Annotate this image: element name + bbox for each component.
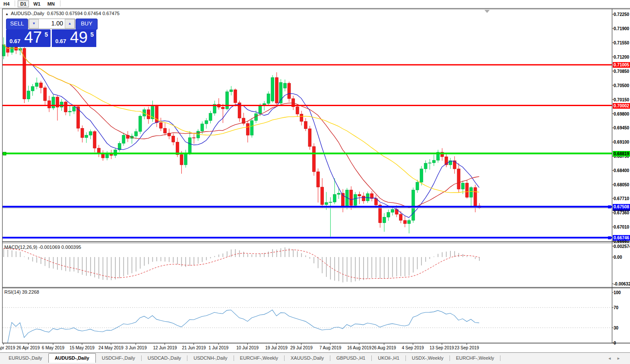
rsi-label: RSI(14) 39.2268 (4, 289, 39, 295)
candle-body (321, 187, 324, 204)
price-tick-label: 0.72250 (614, 12, 630, 17)
candle-body (68, 111, 71, 112)
date-tick-label: 26 Apr 2019 (16, 345, 40, 350)
level-handle[interactable] (608, 236, 611, 239)
candle-body (313, 147, 316, 172)
candle-body (383, 217, 386, 223)
candle-body (403, 220, 406, 224)
price-tick-label: 0.67360 (614, 210, 630, 215)
level-handle[interactable] (608, 205, 611, 208)
candle-body (362, 196, 365, 201)
candle-body (234, 90, 237, 103)
volume-input[interactable]: 1.00 (39, 19, 65, 28)
date-tick-label: 24 May 2019 (98, 345, 123, 350)
chart-tab-usdchf-daily[interactable]: USDCHF-,Daily (96, 354, 141, 363)
candle-body (201, 124, 204, 131)
chart-tabs-bar: EURUSD-,DailyAUDUSD-,DailyUSDCHF-,DailyU… (0, 352, 630, 364)
price-tick-label: 0.69100 (614, 140, 630, 144)
candle-body (408, 220, 411, 224)
one-click-collapse-icon[interactable]: ▲ (5, 12, 9, 16)
candle-body (193, 138, 196, 138)
chart-tab-usdcnh-daily[interactable]: USDCNH-,Daily (187, 354, 233, 363)
timeframe-button-mn[interactable]: MN (45, 0, 57, 7)
volume-stepper: ▼ 1.00 ▲ (28, 19, 75, 29)
candle-body (147, 110, 150, 119)
candle-body (139, 116, 142, 132)
candle-body (267, 94, 270, 104)
candle-body (300, 114, 303, 121)
candle-body (172, 136, 175, 142)
candle-body (271, 78, 274, 101)
chart-tab-gbpusd-h1[interactable]: GBPUSD-,H1 (330, 354, 371, 363)
timeframe-toolbar: H4D1W1MN (0, 0, 630, 8)
buy-price-prefix: 0.67 (55, 38, 66, 44)
chart-tabs: EURUSD-,DailyAUDUSD-,DailyUSDCHF-,DailyU… (3, 353, 500, 363)
candle-body (81, 128, 84, 138)
tab-scroll-right-icon[interactable]: ► (617, 356, 626, 361)
candle-body (432, 160, 435, 163)
chart-tab-xauusd-daily[interactable]: XAUUSD-,Daily (285, 354, 330, 363)
price-tick-label: 0.71550 (614, 41, 630, 45)
level-price-label: 0.66746 (613, 235, 630, 241)
candle-body (391, 210, 394, 213)
date-tick-label: 23 Sep 2019 (455, 345, 479, 350)
chart-tab-eurchf-weekly[interactable]: EURCHF-,Weekly (234, 354, 284, 363)
date-tick-label: 19 Jul 2019 (265, 345, 288, 350)
candle-body (465, 183, 469, 197)
candle-body (222, 107, 225, 109)
candle-body (155, 107, 158, 123)
ma-line-8 (3, 45, 479, 218)
timeframe-button-w1[interactable]: W1 (31, 0, 43, 7)
sell-price-pip: 5 (44, 31, 48, 38)
buy-price-box[interactable]: 0.67 49 5 (52, 29, 96, 47)
chart-tab-ukoil-h1[interactable]: UKOil-,H1 (372, 354, 405, 363)
candle-body (250, 121, 253, 135)
candle-body (354, 195, 357, 205)
candle-body (89, 132, 92, 135)
tab-scroll-left-icon[interactable]: ◄ (608, 356, 617, 361)
sell-price-box[interactable]: 0.67 47 5 (6, 29, 51, 47)
timeframe-button-d1[interactable]: D1 (18, 0, 29, 7)
price-tick-label: 0.67710 (614, 196, 630, 201)
level-handle[interactable] (3, 152, 6, 155)
candle-body (329, 202, 332, 203)
price-tick-label: 0.70500 (614, 83, 630, 88)
timeframe-button-h4[interactable]: H4 (1, 0, 12, 7)
chart-tab-eurchf-weekly[interactable]: EURCHF-,Weekly (450, 354, 500, 363)
candle-body (399, 214, 402, 220)
candle-body (358, 195, 361, 196)
candle-body (275, 78, 278, 103)
chart-tab-audusd-daily[interactable]: AUDUSD-,Daily (48, 353, 96, 363)
candle-body (387, 212, 390, 217)
chart-tab-usdcad-daily[interactable]: USDCAD-,Daily (142, 354, 187, 363)
candle-body (416, 182, 419, 190)
chart-canvas[interactable] (0, 0, 630, 364)
price-tick-label: 0.71200 (614, 55, 630, 60)
chart-tab-eurusd-daily[interactable]: EURUSD-,Daily (3, 354, 48, 363)
ohlc-values: 0.67530 0.67594 0.67454 0.67475 (47, 11, 120, 16)
macd-signal-line (3, 248, 479, 279)
volume-decrease-icon[interactable]: ▼ (29, 19, 39, 28)
date-tick-label: 16 Apr 2019 (0, 345, 15, 350)
candle-body (379, 205, 382, 223)
chart-tab-usdx-weekly[interactable]: USDX-,Weekly (406, 354, 450, 363)
candle-body (52, 97, 55, 108)
volume-increase-icon[interactable]: ▲ (65, 19, 75, 28)
candle-body (73, 107, 76, 111)
macd-label: MACD(12,26,9) -0.001069 0.000395 (4, 245, 81, 250)
candle-body (283, 83, 286, 88)
sell-price-big: 47 (24, 28, 42, 47)
candle-body (337, 193, 340, 195)
price-tick-label: 0.67010 (614, 225, 630, 229)
chart-shift-icon[interactable] (484, 10, 490, 13)
macd-tick-label: -0.006326 (614, 282, 630, 286)
buy-price-pip: 5 (90, 31, 94, 38)
price-tick-label: 0.69800 (614, 112, 630, 116)
candle-body (47, 100, 51, 108)
date-tick-label: 12 Jun 2019 (153, 345, 177, 350)
candle-body (184, 153, 187, 165)
candle-body (135, 132, 138, 136)
symbol-period-label: AUDUSD-,Daily (11, 11, 44, 16)
date-tick-label: 21 Jun 2019 (182, 345, 206, 350)
candle-body (308, 129, 311, 146)
